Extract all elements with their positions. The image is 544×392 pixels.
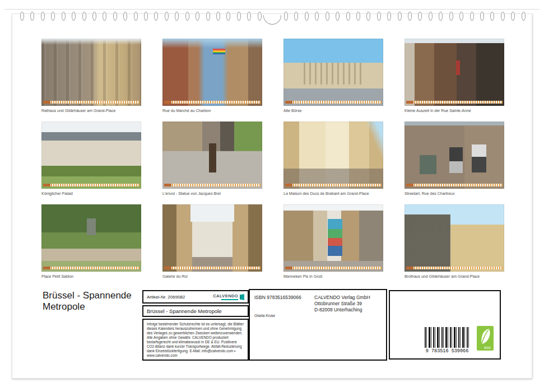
barcode-digits: 9 783516 539066 [415,348,480,354]
legal-notice: Infolge bestehender Schutzrechte ist es … [142,319,249,361]
month-chip [43,101,50,104]
photo-thumbnail: Brothaus und Gildehäuser am Grand-Place [404,204,504,279]
month-chip [406,267,413,269]
photo-caption: L'envol - Statue von Jacques Brel [162,191,262,196]
photo-caption: La Maison des Ducs de Brabant am Grand-P… [283,191,383,196]
eco-logo: eco [477,326,494,351]
photo-thumbnail: La Maison des Ducs de Brabant am Grand-P… [283,122,383,196]
calendar-month-photo [283,122,383,189]
photo-thumbnail: Rue du Marché au Charbon [162,39,262,113]
publisher-address: CALVENDO Verlag GmbH Ottobrunner Straße … [314,295,370,313]
calendar-month-photo [404,122,504,189]
boxed-title: Brüssel - Spannende Metropole [142,305,249,317]
photo-caption: Rathaus und Gildehäuser am Grand-Place [41,108,141,113]
month-chip [406,101,413,104]
calendar-month-photo [404,39,504,106]
imprint-left-column: Artikel-Nr. 2069082 CALVENDO Brüssel - S… [142,290,249,361]
calendar-back-page: Rathaus und Gildehäuser am Grand-Place R… [12,13,532,379]
calendar-strip [43,267,140,269]
calendar-month-photo [404,204,504,272]
month-chip [285,101,292,104]
calendar-strip [406,101,503,104]
publisher-line: Ottobrunner Straße 39 [314,301,370,307]
calendar-strip [406,267,503,269]
isbn-publisher-box: ISBN 9783516539066 Gisela Kruse CALVENDO… [249,289,387,361]
calvendo-logo: CALVENDO [213,294,244,300]
calendar-month-photo [283,39,383,106]
calendar-strip [43,184,140,186]
calendar-month-photo [162,204,262,272]
photo-caption: Alte Börse [283,108,383,113]
month-chip [164,267,171,269]
photo-caption: Königlicher Palast [41,191,141,196]
photo-thumbnail: Alte Börse [283,39,383,113]
photo-caption: Brothaus und Gildehäuser am Grand-Place [404,274,504,279]
calendar-strip [164,267,261,269]
barcode-box: 9 783516 539066 eco [389,290,501,360]
month-chip [285,267,292,269]
photo-thumbnail: Königlicher Palast [41,122,141,196]
photo-caption: Streetart, Rue des Chartreux [404,191,504,196]
photo-caption: Galerie du Roi [162,274,262,279]
calendar-month-photo [41,122,141,189]
month-chip [164,101,171,104]
calendar-month-photo [162,39,262,106]
calendar-strip [164,184,261,186]
calendar-title: Brüssel - Spannende Metropole [43,290,152,313]
month-chip [406,184,413,186]
photo-thumbnail: Kleine Auszeit in der Rue Sainte-Anne [404,39,504,113]
month-chip [43,184,50,186]
calvendo-logo-text: CALVENDO [213,294,238,298]
photo-caption: Rue du Marché au Charbon [162,108,262,113]
calvendo-logo-icon [239,294,244,300]
month-chip [43,267,50,269]
publisher-line: D-82008 Unterhaching [314,307,370,313]
calendar-strip [285,267,382,269]
photo-caption: Place Petit Sablon [41,274,141,279]
calendar-month-photo [283,204,383,272]
publisher-line: CALVENDO Verlag GmbH [314,295,370,301]
photo-thumbnail: L'envol - Statue von Jacques Brel [162,122,262,196]
month-chip [164,184,171,186]
isbn-number: ISBN 9783516539066 [254,295,301,300]
photo-thumbnail: Galerie du Roi [162,204,262,279]
article-number: Artikel-Nr. 2069082 [147,295,185,300]
photo-thumbnail: Manneken Pis in Groß [283,204,383,279]
ean-barcode [425,327,469,348]
month-chip [285,184,292,186]
wall-edge-line [4,9,540,10]
photo-grid: Rathaus und Gildehäuser am Grand-Place R… [41,39,504,279]
calendar-strip [285,101,382,104]
photo-thumbnail: Rathaus und Gildehäuser am Grand-Place [41,39,141,113]
calendar-strip [406,184,503,186]
photo-caption: Manneken Pis in Groß [283,274,383,279]
calendar-month-photo [41,39,141,106]
photo-thumbnail: Place Petit Sablon [41,204,141,279]
article-number-box: Artikel-Nr. 2069082 CALVENDO [142,290,249,304]
eco-label: eco [484,346,490,349]
author-name: Gisela Kruse [254,314,275,318]
calendar-strip [43,101,140,104]
photo-thumbnail: Streetart, Rue des Chartreux [404,122,504,196]
calendar-month-photo [41,204,141,272]
calvendo-tagline-bar [221,299,238,300]
calendar-strip [164,101,261,104]
calendar-month-photo [162,122,262,189]
photo-caption: Kleine Auszeit in der Rue Sainte-Anne [404,108,504,113]
calendar-strip [285,184,382,186]
